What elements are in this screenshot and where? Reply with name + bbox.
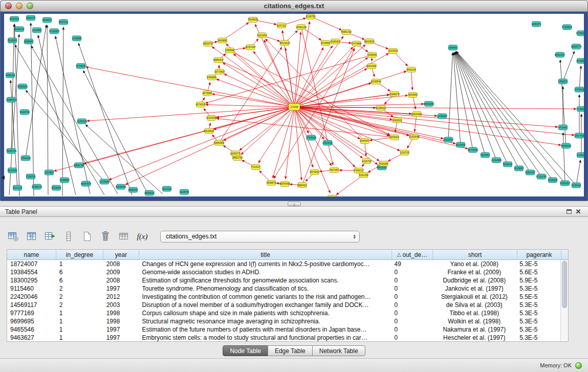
graph-node[interactable]: 1824626 bbox=[548, 178, 557, 183]
graph-node[interactable]: 17240 bbox=[289, 104, 300, 111]
edit-table-icon[interactable] bbox=[43, 230, 57, 243]
delete-table-icon[interactable] bbox=[99, 230, 112, 243]
graph-node[interactable]: 89975499 bbox=[279, 181, 290, 186]
table-row[interactable]: 977716911998Corpus callosum shape and si… bbox=[7, 309, 560, 317]
graph-node[interactable]: 1243483 bbox=[32, 28, 41, 33]
graph-node[interactable]: 72473880 bbox=[351, 41, 362, 46]
graph-node[interactable]: 6223254 bbox=[257, 33, 267, 38]
graph-node[interactable]: 7607357 bbox=[330, 167, 339, 172]
graph-node[interactable]: 4575966 bbox=[203, 91, 212, 96]
graph-node[interactable]: 4316700 bbox=[362, 159, 371, 164]
graph-node[interactable]: 6337321 bbox=[277, 23, 286, 28]
graph-node[interactable]: 1462873 bbox=[558, 79, 568, 84]
close-window-icon[interactable] bbox=[5, 3, 12, 9]
graph-node[interactable]: 7159769 bbox=[26, 174, 35, 179]
column-header-pagerank[interactable]: pagerank bbox=[517, 250, 561, 259]
table-row[interactable]: 1456911722003Disruption of a novel membe… bbox=[7, 301, 560, 309]
network-graph[interactable]: 2597525398247598194243837101142001912434… bbox=[4, 14, 584, 196]
graph-node[interactable]: 6130442 bbox=[572, 183, 581, 188]
graph-node[interactable]: 14729354 bbox=[99, 179, 110, 184]
graph-node[interactable]: 1420019 bbox=[15, 27, 24, 32]
graph-node[interactable]: 8042419 bbox=[503, 162, 512, 167]
graph-node[interactable]: 11265330 bbox=[77, 119, 88, 124]
graph-node[interactable]: 35429123 bbox=[279, 40, 290, 46]
graph-node[interactable]: 2057881 bbox=[45, 170, 54, 175]
close-panel-icon[interactable]: ✕ bbox=[574, 208, 583, 216]
graph-node[interactable]: 9485168 bbox=[6, 73, 15, 78]
graph-node[interactable]: 88061417 bbox=[555, 52, 565, 57]
graph-node[interactable]: 86772030 bbox=[468, 147, 478, 152]
column-header-in_degree[interactable]: in_degree bbox=[56, 250, 103, 259]
graph-node[interactable]: 5573352 bbox=[310, 169, 319, 174]
graph-node[interactable]: 4886249 bbox=[128, 187, 138, 192]
graph-node[interactable]: 70263749 bbox=[19, 110, 30, 115]
table-row[interactable]: 1938455462009Genome-wide association stu… bbox=[7, 268, 560, 276]
graph-node[interactable]: 9885462 bbox=[297, 183, 307, 188]
graph-node[interactable]: 6022008 bbox=[456, 142, 465, 147]
graph-node[interactable]: 13802407 bbox=[525, 170, 536, 175]
graph-node[interactable]: 59087874 bbox=[81, 181, 92, 186]
graph-node[interactable]: 4374319 bbox=[196, 102, 205, 107]
graph-node[interactable]: 2963020 bbox=[393, 118, 402, 123]
graph-node[interactable]: 13688179 bbox=[389, 92, 400, 97]
graph-node[interactable]: 10750407 bbox=[437, 114, 448, 119]
graph-node[interactable]: 58866927 bbox=[213, 57, 224, 62]
graph-node[interactable]: 32128184 bbox=[206, 116, 217, 121]
graph-node[interactable]: 52359611 bbox=[376, 105, 386, 111]
graph-node[interactable]: 6885863 bbox=[24, 39, 33, 44]
graph-node[interactable]: 3113634 bbox=[388, 48, 398, 53]
row-height-icon[interactable] bbox=[62, 230, 75, 243]
column-header-name[interactable]: name bbox=[7, 250, 56, 259]
graph-node[interactable]: 38029019 bbox=[364, 39, 375, 44]
window-titlebar[interactable]: citations_edges.txt bbox=[1, 1, 587, 12]
table-row[interactable]: 946554611997Estimation of the future num… bbox=[7, 325, 560, 334]
graph-node[interactable]: 9642234 bbox=[407, 67, 416, 72]
graph-node[interactable]: 16190543 bbox=[371, 79, 381, 84]
graph-node[interactable]: 3954580 bbox=[408, 92, 418, 97]
graph-node[interactable]: 15303096 bbox=[409, 134, 420, 139]
graph-node[interactable]: 21914683 bbox=[491, 158, 502, 163]
graph-node[interactable]: 99981320 bbox=[341, 30, 352, 35]
network-canvas[interactable]: 2597525398247598194243837101142001912434… bbox=[4, 14, 584, 196]
tab-node-table[interactable]: Node Table bbox=[223, 345, 268, 356]
tab-network-table[interactable]: Network Table bbox=[312, 345, 365, 356]
graph-node[interactable]: 19198961 bbox=[576, 58, 584, 63]
graph-node[interactable]: 7916650 bbox=[8, 38, 17, 43]
graph-node[interactable]: 79449336 bbox=[561, 143, 572, 148]
graph-node[interactable]: 8318565 bbox=[514, 166, 524, 171]
graph-node[interactable]: 7213117 bbox=[251, 165, 260, 170]
graph-node[interactable]: 3837101 bbox=[59, 19, 68, 25]
column-header-title[interactable]: title bbox=[139, 250, 392, 259]
new-table-icon[interactable] bbox=[80, 230, 94, 243]
tab-edge-table[interactable]: Edge Table bbox=[268, 345, 313, 356]
table-selector-combo[interactable]: citations_edges.txt ▲▼ bbox=[160, 231, 360, 243]
graph-node[interactable]: 58095779 bbox=[571, 44, 582, 49]
graph-node[interactable]: 62055775 bbox=[230, 151, 241, 156]
vertical-scrollbar[interactable] bbox=[560, 260, 568, 341]
graph-node[interactable]: 18635797 bbox=[203, 41, 213, 46]
panel-splitter-handle[interactable] bbox=[288, 202, 301, 206]
graph-node[interactable]: 1280974 bbox=[532, 21, 541, 27]
graph-node[interactable]: 97058387 bbox=[576, 31, 584, 36]
graph-node[interactable]: 19386343 bbox=[6, 97, 17, 102]
column-header-year[interactable]: year bbox=[103, 250, 139, 259]
graph-node[interactable]: 20797447 bbox=[245, 45, 256, 50]
table-row[interactable]: 911546021997Tourette syndrome. Phenomeno… bbox=[7, 285, 560, 293]
column-header-short[interactable]: short bbox=[433, 250, 517, 259]
graph-node[interactable]: 1124970 bbox=[180, 189, 189, 194]
graph-node[interactable]: 2119028 bbox=[577, 152, 584, 158]
table-row[interactable]: 1830029562008Estimation of significance … bbox=[7, 276, 560, 285]
graph-node[interactable]: 25095178 bbox=[32, 184, 42, 189]
graph-node[interactable]: 13517432 bbox=[574, 133, 584, 138]
graph-node[interactable]: 7394394 bbox=[328, 195, 337, 196]
import-table-icon[interactable] bbox=[117, 230, 130, 243]
graph-node[interactable]: 6238759 bbox=[306, 14, 315, 19]
graph-node[interactable]: 57393529 bbox=[562, 25, 573, 30]
graph-node[interactable]: 1340086 bbox=[72, 36, 81, 41]
graph-node[interactable]: 72593420 bbox=[20, 156, 31, 161]
graph-node[interactable]: 87192605 bbox=[49, 29, 60, 34]
zoom-window-icon[interactable] bbox=[27, 3, 33, 9]
graph-node[interactable]: 1611328 bbox=[162, 186, 171, 191]
graph-node[interactable]: 33051239 bbox=[296, 25, 307, 30]
graph-node[interactable]: 1090866 bbox=[367, 52, 377, 57]
